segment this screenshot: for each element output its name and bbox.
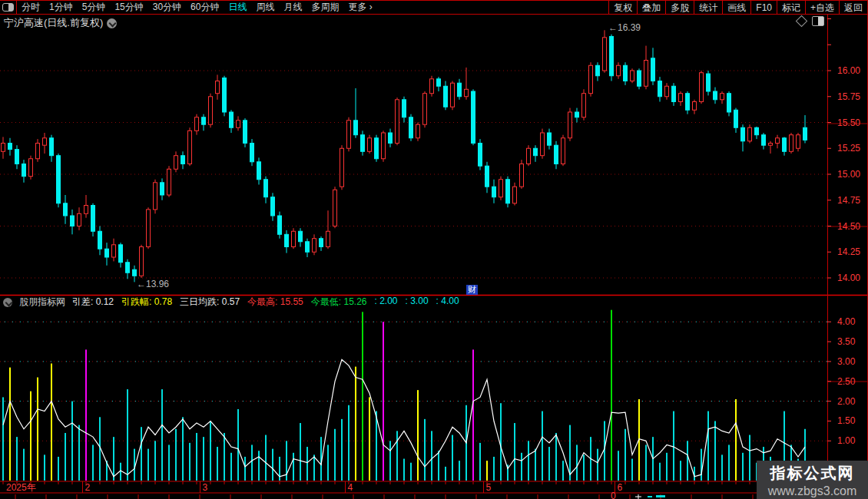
toolbar-button-7[interactable]: +自选 [805, 1, 839, 14]
svg-text:15.25: 15.25 [837, 143, 860, 154]
split-window-icon [2, 3, 14, 12]
indicator-field-2: 三日均跌: 0.57 [180, 296, 240, 309]
svg-text:0: 0 [611, 491, 616, 499]
page-title: 宁沪高速(日线.前复权) [4, 16, 103, 30]
site-watermark: 指标公式网 www.zbgs3.com [757, 461, 868, 499]
toolbar-button-3[interactable]: 统计 [694, 1, 722, 14]
svg-text:3.00: 3.00 [837, 356, 856, 367]
svg-text:2.00: 2.00 [837, 396, 856, 407]
svg-text:15.00: 15.00 [837, 169, 860, 180]
indicator-field-7: : 4.00 [436, 296, 459, 309]
toolbar-button-4[interactable]: 画线 [722, 1, 750, 14]
period-tab-2[interactable]: 5分钟 [78, 1, 111, 14]
period-tab-3[interactable]: 15分钟 [110, 1, 147, 14]
period-tab-8[interactable]: 月线 [279, 1, 306, 14]
indicator-field-6: : 3.00 [406, 296, 429, 309]
svg-text:15.50: 15.50 [837, 117, 860, 128]
indicator-field-3: 今最高: 15.55 [247, 296, 303, 309]
toolbar-spacer [377, 1, 609, 14]
chart-canvas: 16.0015.7515.5015.2515.0014.7514.5014.25… [0, 0, 868, 499]
period-tab-9[interactable]: 多周期 [306, 1, 343, 14]
svg-text:14.75: 14.75 [837, 195, 860, 206]
financial-report-marker[interactable]: 财 [466, 285, 478, 295]
toolbar-button-2[interactable]: 多股 [665, 1, 694, 14]
period-tab-10[interactable]: 更多 › [343, 1, 376, 14]
period-tab-7[interactable]: 周线 [251, 1, 279, 14]
svg-text:2.50: 2.50 [837, 376, 856, 387]
watermark-url: www.zbgs3.com [757, 484, 868, 498]
svg-text:14.25: 14.25 [837, 246, 860, 257]
trading-app-window: 16.0015.7515.5015.2515.0014.7514.5014.25… [0, 0, 868, 499]
pane-split-icon[interactable] [812, 16, 824, 26]
toolbar-button-0[interactable]: 复权 [608, 1, 637, 14]
top-toolbar: 分时1分钟5分钟15分钟30分钟60分钟日线周线月线多周期更多 › 复权叠加多股… [0, 0, 868, 15]
title-collapse-chevron-icon[interactable] [107, 18, 117, 28]
mark-diamond-icon[interactable] [796, 15, 808, 28]
svg-text:4.00: 4.00 [837, 316, 856, 327]
high-price-annotation: ←16.39 [608, 22, 641, 33]
svg-text:1.00: 1.00 [837, 435, 856, 446]
period-tabs: 分时1分钟5分钟15分钟30分钟60分钟日线周线月线多周期更多 › [17, 1, 377, 14]
toolbar-actions: 复权叠加多股统计画线F10标记+自选返回 [608, 1, 868, 14]
period-tab-1[interactable]: 1分钟 [45, 1, 78, 14]
period-tab-6[interactable]: 日线 [224, 1, 251, 14]
svg-text:14.50: 14.50 [837, 221, 860, 232]
toolbar-button-5[interactable]: F10 [750, 1, 777, 14]
layout-toggle-button[interactable] [0, 1, 17, 14]
period-tab-4[interactable]: 30分钟 [148, 1, 186, 14]
watermark-title: 指标公式网 [757, 463, 868, 484]
indicator-source-label: 股朋指标网 [19, 296, 65, 309]
indicator-header: 股朋指标网 引差: 0.12引跌幅: 0.78三日均跌: 0.57今最高: 15… [3, 296, 459, 308]
indicator-field-4: 今最低: 15.26 [311, 296, 367, 309]
svg-text:14.00: 14.00 [837, 273, 860, 283]
svg-text:6: 6 [618, 482, 623, 493]
period-tab-0[interactable]: 分时 [17, 1, 45, 14]
indicator-collapse-chevron-icon[interactable] [3, 298, 12, 307]
svg-text:2025年: 2025年 [6, 482, 36, 493]
indicator-values: 引差: 0.12引跌幅: 0.78三日均跌: 0.57今最高: 15.55今最低… [72, 296, 459, 309]
period-tab-5[interactable]: 60分钟 [186, 1, 224, 14]
indicator-field-0: 引差: 0.12 [72, 296, 114, 309]
low-price-annotation: ←13.96 [137, 279, 169, 289]
svg-text:16.00: 16.00 [837, 65, 860, 76]
svg-text:1.50: 1.50 [837, 415, 856, 426]
indicator-field-1: 引跌幅: 0.78 [121, 296, 172, 309]
chart-corner-icons [797, 16, 824, 26]
toolbar-button-6[interactable]: 标记 [777, 1, 805, 14]
svg-text:15.75: 15.75 [837, 91, 860, 102]
toolbar-button-8[interactable]: 返回 [839, 1, 868, 14]
indicator-field-5: : 2.00 [375, 296, 398, 309]
svg-text:3: 3 [203, 482, 208, 493]
svg-text:3.50: 3.50 [837, 336, 856, 347]
toolbar-button-1[interactable]: 叠加 [637, 1, 665, 14]
chart-title-row: 宁沪高速(日线.前复权) [4, 16, 117, 30]
